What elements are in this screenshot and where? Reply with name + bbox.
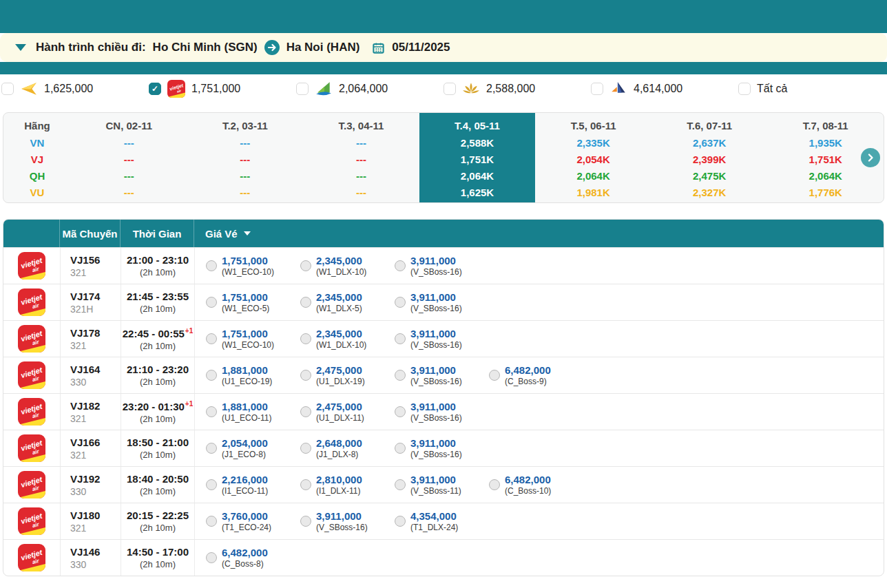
fare-radio[interactable]	[206, 552, 217, 563]
fare-radio[interactable]	[300, 260, 311, 271]
airline-checkbox[interactable]	[1, 83, 14, 95]
fare-radio[interactable]	[300, 516, 311, 527]
fare-option[interactable]: 6,482,000(C_Boss-10)	[483, 474, 578, 496]
fare-option[interactable]: 2,345,000(W1_DLX-10)	[295, 255, 389, 277]
fare-radio[interactable]	[206, 333, 217, 344]
fare-option[interactable]: 2,345,000(W1_DLX-5)	[295, 291, 389, 313]
fare-option[interactable]: 2,475,000(U1_DLX-11)	[295, 401, 389, 423]
lotus-icon	[462, 80, 480, 98]
fare-radio[interactable]	[206, 516, 217, 527]
vietjet-logo-text: air	[32, 375, 40, 382]
fare-option[interactable]: 3,760,000(T1_ECO-24)	[200, 510, 295, 532]
fare-radio[interactable]	[206, 443, 217, 454]
fare-radio[interactable]	[300, 479, 311, 490]
fare-radio[interactable]	[206, 370, 217, 381]
fare-radio[interactable]	[300, 333, 311, 344]
fare-option[interactable]: 4,354,000(T1_DLX-24)	[389, 510, 483, 532]
flight-code: VJ156	[70, 254, 121, 266]
day-column[interactable]: T.4, 05-112,588K1,751K2,064K1,625K	[419, 113, 536, 202]
fare-radio[interactable]	[395, 370, 406, 381]
fare-price: 1,881,000	[222, 401, 271, 412]
flight-code: VJ178	[70, 327, 121, 339]
fare-text: 1,881,000(U1_ECO-11)	[222, 401, 271, 423]
airline-checkbox[interactable]	[296, 83, 309, 95]
flight-row: vietjetairVJ18232123:20 - 01:30+1(2h 10m…	[3, 393, 884, 430]
fare-option[interactable]: 6,482,000(C_Boss-9)	[483, 364, 578, 386]
col-price[interactable]: Giá Vé	[194, 220, 884, 247]
fare-option[interactable]: 3,911,000(V_SBoss-16)	[389, 401, 483, 423]
day-column[interactable]: T.2, 03-11------------	[187, 113, 304, 202]
fare-option[interactable]: 1,881,000(U1_ECO-11)	[200, 401, 295, 423]
fare-option[interactable]: 1,751,000(W1_ECO-10)	[200, 255, 295, 277]
fare-radio[interactable]	[395, 479, 406, 490]
fare-radio[interactable]	[206, 260, 217, 271]
transfer-arrow-icon	[264, 40, 280, 55]
teal-divider	[0, 62, 887, 74]
fare-option[interactable]: 3,911,000(V_SBoss-16)	[295, 510, 389, 532]
day-fare-cell: 2,327K	[651, 185, 768, 201]
fare-radio[interactable]	[489, 479, 500, 490]
fare-option[interactable]: 2,216,000(I1_ECO-11)	[200, 474, 295, 496]
fare-option[interactable]: 2,810,000(I1_DLX-11)	[295, 474, 389, 496]
fare-option[interactable]: 3,911,000(V_SBoss-11)	[389, 474, 483, 496]
col-time[interactable]: Thời Gian	[121, 220, 194, 247]
collapse-caret-icon[interactable]	[15, 44, 26, 51]
fare-radio[interactable]	[206, 406, 217, 417]
flight-code-cell: VJ192330	[60, 467, 121, 503]
fare-radio[interactable]	[395, 260, 406, 271]
fare-radio[interactable]	[300, 297, 311, 308]
fare-option[interactable]: 6,482,000(C_Boss-8)	[200, 547, 295, 569]
fare-options: 1,751,000(W1_ECO-10)2,345,000(W1_DLX-10)…	[194, 321, 884, 357]
day-column[interactable]: CN, 02-11------------	[71, 113, 187, 202]
day-fare-cell: 2,637K	[651, 135, 768, 151]
flight-row: vietjetairVJ174321H21:45 - 23:55(2h 10m)…	[3, 284, 884, 320]
fare-option[interactable]: 3,911,000(V_SBoss-16)	[389, 437, 483, 459]
airline-checkbox[interactable]	[591, 83, 603, 95]
day-column[interactable]: T.3, 04-11------------	[303, 113, 419, 202]
fare-option[interactable]: 3,911,000(V_SBoss-16)	[389, 255, 483, 277]
fare-option[interactable]: 1,751,000(W1_ECO-5)	[200, 291, 295, 313]
fare-class: (U1_ECO-11)	[222, 413, 271, 423]
fare-radio[interactable]	[395, 443, 406, 454]
col-flight-code[interactable]: Mã Chuyến	[60, 220, 121, 247]
day-column[interactable]: T.6, 07-112,637K2,399K2,475K2,327K	[651, 113, 768, 202]
fare-option[interactable]: 2,054,000(J1_ECO-8)	[200, 437, 295, 459]
fare-radio[interactable]	[395, 333, 406, 344]
fare-radio[interactable]	[395, 297, 406, 308]
day-header: T.2, 03-11	[187, 117, 304, 135]
select-all-label: Tất cả	[757, 83, 787, 95]
aircraft-type: 330	[70, 377, 121, 388]
fare-option[interactable]: 2,475,000(U1_DLX-19)	[295, 364, 389, 386]
day-column[interactable]: T.5, 06-112,335K2,054K2,064K1,981K	[535, 113, 651, 202]
fare-text: 3,911,000(V_SBoss-16)	[410, 328, 462, 350]
fare-option[interactable]: 2,345,000(W1_DLX-10)	[295, 328, 389, 350]
aircraft-type: 321	[70, 413, 121, 424]
flight-time: 21:00 - 23:10	[127, 254, 189, 266]
fare-text: 3,911,000(V_SBoss-16)	[316, 510, 368, 532]
fare-text: 1,751,000(W1_ECO-5)	[222, 291, 269, 313]
airline-checkbox[interactable]	[738, 83, 751, 95]
fare-option[interactable]: 1,881,000(U1_ECO-19)	[200, 364, 295, 386]
next-days-button[interactable]	[861, 148, 880, 167]
fare-radio[interactable]	[206, 479, 217, 490]
airline-checkbox[interactable]	[444, 83, 456, 95]
fare-option[interactable]: 2,648,000(J1_DLX-8)	[295, 437, 389, 459]
fare-option[interactable]: 3,911,000(V_SBoss-16)	[389, 291, 483, 313]
airline-filter-row: 1,625,000✓vietjetair1,751,0002,064,0002,…	[0, 74, 887, 103]
flight-time-cell: 21:45 - 23:55(2h 10m)	[121, 284, 194, 320]
flight-code-cell: VJ174321H	[60, 284, 121, 320]
fare-radio[interactable]	[206, 297, 217, 308]
fare-radio[interactable]	[395, 516, 406, 527]
fare-option[interactable]: 3,911,000(V_SBoss-16)	[389, 328, 483, 350]
fare-radio[interactable]	[489, 370, 500, 381]
day-fare-cell: ---	[71, 185, 187, 201]
fare-option[interactable]: 1,751,000(W1_ECO-10)	[200, 328, 295, 350]
fare-radio[interactable]	[300, 406, 311, 417]
airline-checkbox[interactable]: ✓	[149, 83, 161, 95]
fare-radio[interactable]	[300, 443, 311, 454]
fare-price: 6,482,000	[222, 547, 268, 558]
route-bar[interactable]: Hành trình chiều đi: Ho Chi Minh (SGN) H…	[0, 33, 887, 62]
fare-radio[interactable]	[395, 406, 406, 417]
fare-radio[interactable]	[300, 370, 311, 381]
fare-option[interactable]: 3,911,000(V_SBoss-16)	[389, 364, 483, 386]
